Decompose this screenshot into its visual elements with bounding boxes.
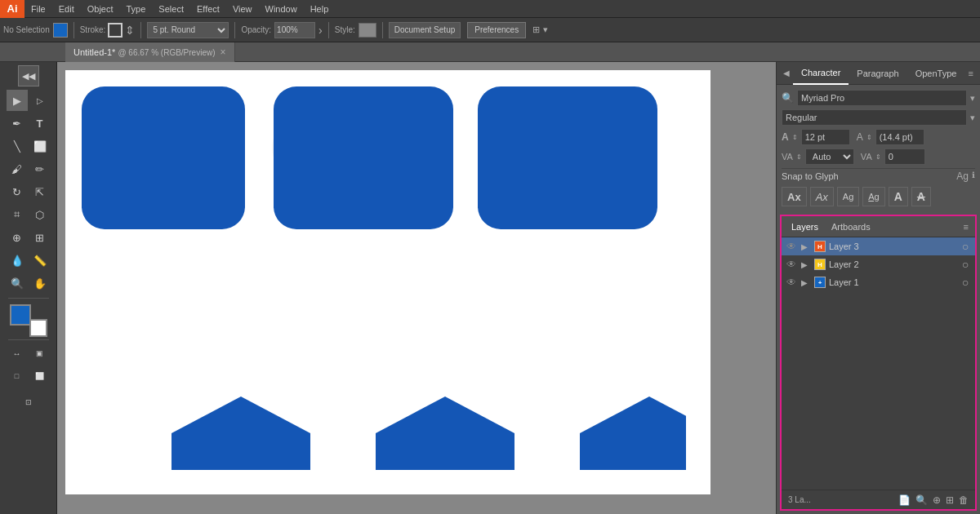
- type-btn-ag2[interactable]: Ag: [862, 187, 884, 206]
- preferences-button[interactable]: Preferences: [467, 22, 526, 38]
- layers-menu-icon[interactable]: ≡: [964, 222, 969, 232]
- shape-hex-2[interactable]: [376, 397, 514, 470]
- panel-toggle-btn[interactable]: ◀◀: [18, 65, 39, 86]
- stroke-swatch[interactable]: [108, 23, 122, 38]
- screen-mode-2[interactable]: ⬜: [29, 366, 51, 387]
- type-btn-ag[interactable]: Ag: [837, 187, 859, 206]
- layers-tab-layers[interactable]: Layers: [788, 222, 822, 232]
- rotate-tool[interactable]: ↻: [7, 181, 28, 202]
- layers-tab-artboards[interactable]: Artboards: [828, 222, 874, 232]
- tab-paragraph[interactable]: Paragraph: [849, 62, 906, 85]
- shape-rect-1[interactable]: [82, 86, 245, 229]
- font-style-input[interactable]: [782, 109, 967, 126]
- perspective-tool[interactable]: ⊞: [29, 227, 51, 248]
- stroke-color-box[interactable]: [29, 319, 47, 337]
- menu-file[interactable]: File: [24, 0, 52, 18]
- layers-search-icon[interactable]: 🔍: [915, 494, 928, 506]
- layer-3-color-icon: H: [814, 241, 826, 252]
- type-btn-a-strike[interactable]: A: [911, 187, 931, 206]
- shape-hex-3[interactable]: [580, 397, 686, 470]
- shape-builder-tool[interactable]: ⊕: [7, 227, 28, 248]
- menu-select[interactable]: Select: [152, 0, 190, 18]
- layers-page-icon[interactable]: 📄: [898, 494, 911, 506]
- change-screen-mode[interactable]: ⊡: [8, 392, 49, 413]
- eyedropper-tool[interactable]: 💧: [7, 250, 28, 271]
- menu-view[interactable]: View: [226, 0, 259, 18]
- zoom-tool[interactable]: 🔍: [7, 273, 28, 294]
- shape-rect-2[interactable]: [274, 86, 453, 229]
- tab-opentype[interactable]: OpenType: [907, 62, 965, 85]
- canvas-area[interactable]: CLIP: [57, 62, 776, 514]
- document-setup-button[interactable]: Document Setup: [389, 22, 461, 38]
- arrange-arrow[interactable]: ▾: [543, 24, 548, 35]
- direct-select-tool[interactable]: ▷: [29, 90, 51, 111]
- snap-icon-2[interactable]: ℹ: [972, 171, 975, 182]
- arrange-icon[interactable]: ⊞: [532, 24, 540, 35]
- layers-arrange-icon[interactable]: ⊞: [946, 494, 954, 506]
- canvas-paper: CLIP: [65, 70, 710, 494]
- menu-edit[interactable]: Edit: [52, 0, 81, 18]
- brush-select[interactable]: 5 pt. Round: [147, 22, 229, 38]
- shape-hex-1[interactable]: [172, 397, 310, 470]
- shape-rect-3[interactable]: [478, 86, 657, 229]
- opacity-arrow[interactable]: ›: [318, 24, 323, 37]
- layer-3-arrow-icon[interactable]: ▶: [801, 242, 811, 251]
- layer-row-3[interactable]: 👁 ▶ H Layer 3 ○: [782, 237, 975, 255]
- layer-2-arrow-icon[interactable]: ▶: [801, 260, 811, 269]
- layer-2-eye-icon[interactable]: 👁: [785, 259, 798, 270]
- snap-icon-1[interactable]: Ag: [956, 171, 969, 182]
- menu-object[interactable]: Object: [81, 0, 120, 18]
- layer-3-target-icon[interactable]: ○: [959, 240, 972, 253]
- tool-separator-1: [8, 298, 49, 299]
- layer-1-eye-icon[interactable]: 👁: [785, 277, 798, 288]
- leading-input[interactable]: [875, 129, 924, 145]
- default-colors-btn[interactable]: ▣: [29, 343, 51, 364]
- line-tool[interactable]: ╲: [7, 135, 28, 157]
- measure-tool[interactable]: 📏: [29, 250, 51, 271]
- style-swatch[interactable]: [359, 23, 376, 38]
- kerning-select[interactable]: Auto: [805, 148, 854, 165]
- font-style-dropdown-arrow[interactable]: ▾: [970, 113, 975, 123]
- scale-tool[interactable]: ⇱: [29, 181, 51, 202]
- layer-row-1[interactable]: 👁 ▶ + Layer 1 ○: [782, 273, 975, 291]
- paintbrush-tool[interactable]: 🖌: [7, 158, 28, 179]
- layer-1-arrow-icon[interactable]: ▶: [801, 278, 811, 287]
- doc-tab-close[interactable]: ×: [220, 47, 226, 58]
- fill-color-box[interactable]: [10, 304, 31, 326]
- font-dropdown-arrow[interactable]: ▾: [970, 93, 975, 104]
- menu-effect[interactable]: Effect: [190, 0, 226, 18]
- opacity-input[interactable]: [274, 22, 315, 38]
- menu-help[interactable]: Help: [304, 0, 336, 18]
- stroke-arrows[interactable]: ⇕: [125, 24, 135, 37]
- screen-mode-1[interactable]: □: [7, 366, 28, 387]
- select-tool[interactable]: ▶: [7, 90, 28, 111]
- layer-1-target-icon[interactable]: ○: [959, 276, 972, 289]
- type-btn-a-small[interactable]: A: [889, 187, 908, 206]
- menu-window[interactable]: Window: [259, 0, 304, 18]
- tracking-input[interactable]: [884, 148, 925, 165]
- layer-2-target-icon[interactable]: ○: [959, 258, 972, 271]
- layers-new-icon[interactable]: ⊕: [933, 494, 941, 506]
- pencil-tool[interactable]: ✏: [29, 158, 51, 179]
- pen-tool[interactable]: ✒: [7, 113, 28, 134]
- free-transform-tool[interactable]: ⬡: [29, 204, 51, 225]
- warp-tool[interactable]: ⌗: [7, 204, 28, 225]
- menu-type[interactable]: Type: [120, 0, 153, 18]
- hand-tool[interactable]: ✋: [29, 273, 51, 294]
- type-btn-italic[interactable]: Ax: [810, 187, 834, 206]
- document-tab[interactable]: Untitled-1* @ 66.67 % (RGB/Preview) ×: [65, 42, 235, 62]
- fill-color-swatch[interactable]: [53, 23, 68, 38]
- font-family-input[interactable]: [797, 90, 967, 106]
- font-size-input[interactable]: [801, 129, 850, 145]
- type-btn-tt[interactable]: Ax: [782, 187, 807, 206]
- layer-3-eye-icon[interactable]: 👁: [785, 241, 798, 252]
- layers-trash-icon[interactable]: 🗑: [959, 494, 969, 506]
- panel-collapse-icon[interactable]: ◀: [783, 69, 790, 78]
- swap-colors-btn[interactable]: ↔: [7, 343, 28, 364]
- leading-arrow-icon: ⇕: [866, 134, 872, 141]
- panel-menu-icon[interactable]: ≡: [968, 69, 973, 78]
- type-tool[interactable]: T: [29, 113, 51, 134]
- layer-row-2[interactable]: 👁 ▶ H Layer 2 ○: [782, 255, 975, 273]
- rect-tool[interactable]: ⬜: [29, 135, 51, 157]
- tab-character[interactable]: Character: [793, 62, 849, 85]
